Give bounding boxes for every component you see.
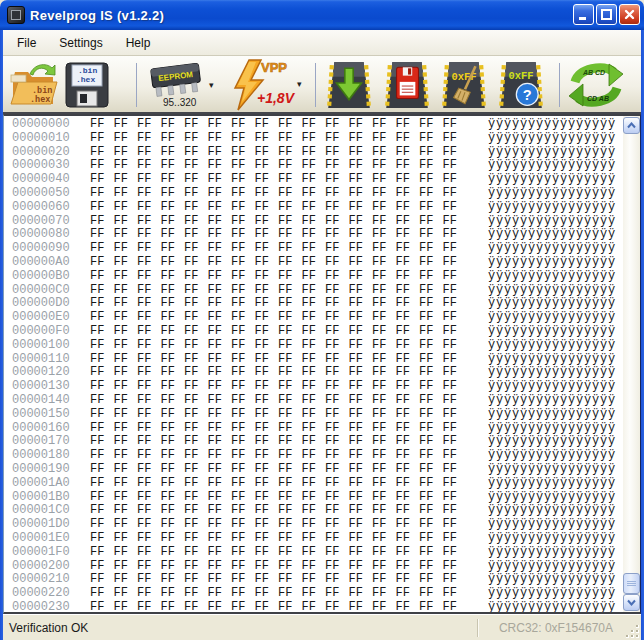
hex-byte[interactable]: FF <box>208 573 232 587</box>
hex-byte[interactable]: FF <box>114 422 138 436</box>
erase-chip-button[interactable]: 0xFF <box>439 59 489 111</box>
hex-byte[interactable]: FF <box>325 504 349 518</box>
hex-byte[interactable]: FF <box>372 491 396 505</box>
row-bytes[interactable]: FFFFFFFFFFFFFFFFFFFFFFFFFFFFFFFF <box>90 422 466 436</box>
hex-byte[interactable]: FF <box>90 159 114 173</box>
hex-byte[interactable]: FF <box>184 366 208 380</box>
hex-byte[interactable]: FF <box>137 587 161 601</box>
hex-byte[interactable]: FF <box>90 201 114 215</box>
hex-byte[interactable]: FF <box>349 353 373 367</box>
hex-byte[interactable]: FF <box>396 435 420 449</box>
row-bytes[interactable]: FFFFFFFFFFFFFFFFFFFFFFFFFFFFFFFF <box>90 546 466 560</box>
hex-byte[interactable]: FF <box>231 215 255 229</box>
hex-byte[interactable]: FF <box>90 477 114 491</box>
row-ascii[interactable]: ÿÿÿÿÿÿÿÿÿÿÿÿÿÿÿÿ <box>488 518 616 532</box>
hex-byte[interactable]: FF <box>208 518 232 532</box>
hex-byte[interactable]: FF <box>419 256 443 270</box>
hex-byte[interactable]: FF <box>372 380 396 394</box>
hex-byte[interactable]: FF <box>396 546 420 560</box>
hex-byte[interactable]: FF <box>161 394 185 408</box>
hex-byte[interactable]: FF <box>443 353 467 367</box>
hex-byte[interactable]: FF <box>231 325 255 339</box>
hex-byte[interactable]: FF <box>208 587 232 601</box>
hex-byte[interactable]: FF <box>278 297 302 311</box>
hex-byte[interactable]: FF <box>419 477 443 491</box>
hex-byte[interactable]: FF <box>255 491 279 505</box>
hex-byte[interactable]: FF <box>90 173 114 187</box>
hex-byte[interactable]: FF <box>278 560 302 574</box>
row-ascii[interactable]: ÿÿÿÿÿÿÿÿÿÿÿÿÿÿÿÿ <box>488 435 616 449</box>
hex-byte[interactable]: FF <box>372 201 396 215</box>
hex-byte[interactable]: FF <box>161 311 185 325</box>
hex-byte[interactable]: FF <box>184 353 208 367</box>
minimize-button[interactable] <box>573 4 594 25</box>
hex-byte[interactable]: FF <box>208 187 232 201</box>
hex-byte[interactable]: FF <box>278 228 302 242</box>
hex-byte[interactable]: FF <box>255 573 279 587</box>
hex-byte[interactable]: FF <box>278 353 302 367</box>
hex-byte[interactable]: FF <box>278 477 302 491</box>
hex-byte[interactable]: FF <box>90 601 114 612</box>
hex-byte[interactable]: FF <box>231 601 255 612</box>
hex-byte[interactable]: FF <box>90 270 114 284</box>
hex-byte[interactable]: FF <box>161 587 185 601</box>
hex-byte[interactable]: FF <box>349 284 373 298</box>
hex-byte[interactable]: FF <box>443 173 467 187</box>
hex-byte[interactable]: FF <box>161 173 185 187</box>
hex-byte[interactable]: FF <box>161 546 185 560</box>
hex-byte[interactable]: FF <box>325 601 349 612</box>
hex-byte[interactable]: FF <box>278 573 302 587</box>
hex-byte[interactable]: FF <box>443 132 467 146</box>
row-ascii[interactable]: ÿÿÿÿÿÿÿÿÿÿÿÿÿÿÿÿ <box>488 215 616 229</box>
hex-byte[interactable]: FF <box>302 463 326 477</box>
hex-byte[interactable]: FF <box>302 408 326 422</box>
row-bytes[interactable]: FFFFFFFFFFFFFFFFFFFFFFFFFFFFFFFF <box>90 159 466 173</box>
hex-byte[interactable]: FF <box>184 435 208 449</box>
hex-byte[interactable]: FF <box>396 587 420 601</box>
hex-byte[interactable]: FF <box>231 408 255 422</box>
row-ascii[interactable]: ÿÿÿÿÿÿÿÿÿÿÿÿÿÿÿÿ <box>488 187 616 201</box>
hex-byte[interactable]: FF <box>90 228 114 242</box>
hex-byte[interactable]: FF <box>396 146 420 160</box>
hex-byte[interactable]: FF <box>114 297 138 311</box>
hex-byte[interactable]: FF <box>208 159 232 173</box>
hex-byte[interactable]: FF <box>231 560 255 574</box>
hex-byte[interactable]: FF <box>325 297 349 311</box>
maximize-button[interactable] <box>596 4 617 25</box>
hex-byte[interactable]: FF <box>231 173 255 187</box>
hex-byte[interactable]: FF <box>208 422 232 436</box>
hex-byte[interactable]: FF <box>231 532 255 546</box>
hex-byte[interactable]: FF <box>443 546 467 560</box>
eeprom-dropdown-icon[interactable]: ▾ <box>209 81 214 90</box>
hex-byte[interactable]: FF <box>231 242 255 256</box>
hex-byte[interactable]: FF <box>349 573 373 587</box>
hex-byte[interactable]: FF <box>208 132 232 146</box>
hex-byte[interactable]: FF <box>302 256 326 270</box>
hex-byte[interactable]: FF <box>184 339 208 353</box>
hex-byte[interactable]: FF <box>302 146 326 160</box>
hex-byte[interactable]: FF <box>396 173 420 187</box>
hex-byte[interactable]: FF <box>114 477 138 491</box>
hex-byte[interactable]: FF <box>184 504 208 518</box>
hex-byte[interactable]: FF <box>302 173 326 187</box>
hex-byte[interactable]: FF <box>302 366 326 380</box>
hex-byte[interactable]: FF <box>137 463 161 477</box>
hex-byte[interactable]: FF <box>419 504 443 518</box>
row-ascii[interactable]: ÿÿÿÿÿÿÿÿÿÿÿÿÿÿÿÿ <box>488 587 616 601</box>
hex-byte[interactable]: FF <box>419 159 443 173</box>
vertical-scrollbar[interactable] <box>623 116 640 612</box>
hex-byte[interactable]: FF <box>302 118 326 132</box>
row-bytes[interactable]: FFFFFFFFFFFFFFFFFFFFFFFFFFFFFFFF <box>90 187 466 201</box>
hex-byte[interactable]: FF <box>184 449 208 463</box>
hex-byte[interactable]: FF <box>278 491 302 505</box>
hex-byte[interactable]: FF <box>419 491 443 505</box>
hex-byte[interactable]: FF <box>255 601 279 612</box>
hex-byte[interactable]: FF <box>372 353 396 367</box>
hex-byte[interactable]: FF <box>184 394 208 408</box>
hex-byte[interactable]: FF <box>372 284 396 298</box>
hex-byte[interactable]: FF <box>325 339 349 353</box>
hex-byte[interactable]: FF <box>255 146 279 160</box>
hex-byte[interactable]: FF <box>419 201 443 215</box>
hex-byte[interactable]: FF <box>137 297 161 311</box>
hex-byte[interactable]: FF <box>372 477 396 491</box>
